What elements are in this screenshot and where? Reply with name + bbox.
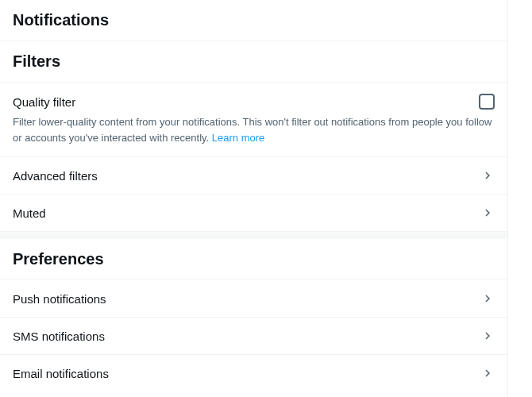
muted-label: Muted (13, 206, 46, 220)
chevron-right-icon (480, 366, 495, 380)
quality-filter-setting: Quality filter Filter lower-quality cont… (0, 82, 507, 156)
chevron-right-icon (480, 291, 495, 306)
chevron-right-icon (480, 329, 495, 343)
filters-header: Filters (0, 41, 507, 82)
muted-nav[interactable]: Muted (0, 194, 507, 231)
quality-filter-description: Filter lower-quality content from your n… (13, 114, 495, 145)
sms-notifications-label: SMS notifications (13, 330, 105, 343)
quality-filter-checkbox[interactable] (479, 94, 495, 110)
preferences-header: Preferences (0, 239, 507, 279)
chevron-right-icon (480, 206, 495, 220)
chevron-right-icon (480, 168, 495, 183)
push-notifications-label: Push notifications (13, 292, 106, 306)
advanced-filters-nav[interactable]: Advanced filters (0, 156, 507, 194)
learn-more-link[interactable]: Learn more (212, 132, 264, 144)
push-notifications-nav[interactable]: Push notifications (0, 279, 507, 317)
quality-filter-label: Quality filter (13, 95, 75, 109)
settings-panel: Notifications Filters Quality filter Fil… (0, 0, 508, 397)
page-title: Notifications (0, 0, 507, 40)
quality-filter-row: Quality filter (13, 94, 495, 110)
sms-notifications-nav[interactable]: SMS notifications (0, 317, 507, 354)
email-notifications-nav[interactable]: Email notifications (0, 354, 507, 391)
section-gap (0, 231, 507, 239)
email-notifications-label: Email notifications (13, 367, 109, 380)
advanced-filters-label: Advanced filters (13, 169, 98, 183)
